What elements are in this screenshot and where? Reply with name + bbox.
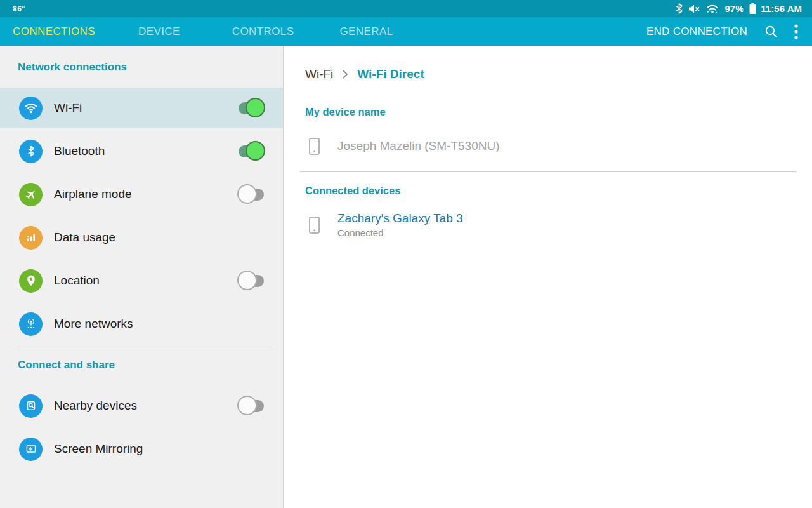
sidebar-item-data-usage[interactable]: Data usage [0,217,283,258]
tab-device[interactable]: DEVICE [138,25,180,38]
bluetooth-status-icon [675,3,683,14]
overflow-menu-icon[interactable] [794,23,798,40]
tablet-icon [309,138,320,155]
breadcrumb-parent[interactable]: Wi-Fi [305,67,333,81]
volume-mute-icon [688,4,700,14]
sidebar-item-label: Bluetooth [54,144,105,158]
airplane-toggle[interactable] [237,184,265,204]
wifi-icon [19,97,43,120]
my-device-row[interactable]: Joseph Mazelin (SM-T530NU) [305,130,796,163]
bluetooth-toggle[interactable] [237,141,265,161]
battery-icon [749,3,756,14]
search-icon[interactable] [764,24,779,39]
body: Network connections Wi-Fi Bluetooth [0,46,812,508]
tab-controls[interactable]: CONTROLS [232,25,294,38]
tablet-icon [309,217,320,234]
sidebar: Network connections Wi-Fi Bluetooth [0,46,284,508]
sidebar-item-nearby-devices[interactable]: Nearby devices [0,385,283,426]
tab-general[interactable]: GENERAL [339,25,393,38]
screen-mirroring-icon [19,438,43,461]
connected-devices-header: Connected devices [305,185,796,197]
location-icon [19,269,43,293]
connected-device-status: Connected [337,227,463,238]
status-bar-right: 97% 11:56 AM [675,3,802,14]
chevron-right-icon [342,69,348,79]
tab-connections[interactable]: CONNECTIONS [13,25,95,38]
connected-device-name[interactable]: Zachary's Galaxy Tab 3 [337,211,463,225]
content-divider [300,171,796,172]
connected-device-text: Zachary's Galaxy Tab 3 Connected [337,211,463,238]
my-device-name: Joseph Mazelin (SM-T530NU) [337,139,500,153]
section-header-network-connections: Network connections [18,61,283,74]
more-networks-icon [19,312,43,336]
connected-device-row[interactable]: Zachary's Galaxy Tab 3 Connected [305,208,796,241]
nearby-devices-icon [19,394,43,418]
airplane-icon [19,183,43,206]
sidebar-item-label: Screen Mirroring [54,442,143,456]
clock: 11:56 AM [761,3,802,14]
location-toggle[interactable] [237,271,265,291]
wifi-direct-panel: Wi-Fi Wi-Fi Direct My device name Joseph… [284,46,812,508]
breadcrumb: Wi-Fi Wi-Fi Direct [305,67,796,81]
action-bar: CONNECTIONS DEVICE CONTROLS GENERAL END … [0,17,812,46]
wifi-signal-icon [705,4,719,14]
sidebar-item-label: Nearby devices [54,399,137,413]
status-bar: 86° 97% 11:56 AM [0,0,812,17]
sidebar-item-label: More networks [54,317,133,331]
sidebar-item-wifi[interactable]: Wi-Fi [0,88,283,128]
sidebar-item-label: Data usage [54,231,115,244]
sidebar-item-label: Airplane mode [54,187,132,201]
sidebar-item-more-networks[interactable]: More networks [0,304,283,344]
sidebar-item-label: Location [54,274,100,288]
sidebar-item-label: Wi-Fi [54,101,82,115]
nearby-devices-toggle[interactable] [237,396,265,416]
sidebar-item-airplane-mode[interactable]: Airplane mode [0,174,283,215]
wifi-toggle[interactable] [237,98,265,118]
temperature-indicator: 86° [13,4,25,13]
settings-screen: 86° 97% 11:56 AM CONNECTIONS DEVICE CONT… [0,0,812,508]
data-usage-icon [19,226,43,250]
section-header-connect-and-share: Connect and share [18,359,283,371]
battery-percent: 97% [724,3,743,14]
sidebar-item-bluetooth[interactable]: Bluetooth [0,131,283,171]
sidebar-item-location[interactable]: Location [0,260,283,301]
bluetooth-icon [19,140,43,163]
sidebar-item-screen-mirroring[interactable]: Screen Mirroring [0,429,283,469]
sidebar-divider [16,347,273,347]
breadcrumb-current: Wi-Fi Direct [357,67,424,81]
end-connection-button[interactable]: END CONNECTION [646,25,747,38]
my-device-name-header: My device name [305,106,796,118]
